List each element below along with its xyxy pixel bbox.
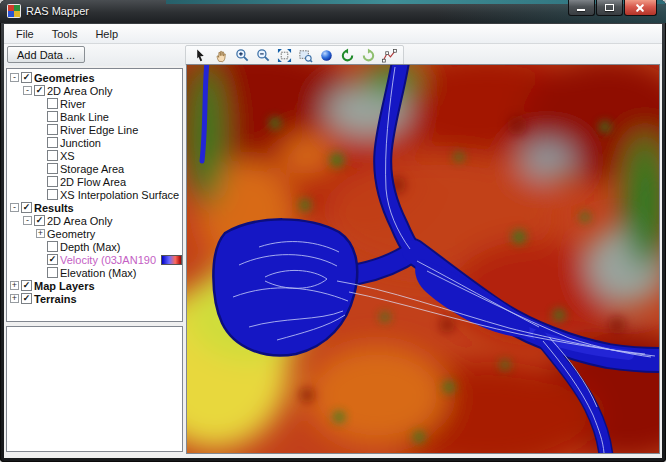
expand-icon[interactable]: + [36,229,45,238]
tree-item-label: 2D Area Only [47,215,112,227]
checkbox[interactable] [47,267,58,278]
toolbar: Add Data ... [4,44,662,66]
tree-item-label: Storage Area [60,163,124,175]
velocity-sphere-icon[interactable] [317,47,335,64]
tree-item-xs-interp-surface[interactable]: XS Interpolation Surface [7,188,182,201]
collapse-icon[interactable]: - [10,203,19,212]
tree-item-label: Terrains [34,293,77,305]
tree-item-terrains[interactable]: + Terrains [7,292,182,305]
tree-item-label: River [60,98,86,110]
expander-icon[interactable] [36,138,45,147]
checkbox[interactable] [47,176,58,187]
client-area: File Tools Help Add Data ... [4,24,662,458]
menu-tools[interactable]: Tools [43,26,87,42]
checkbox[interactable] [47,163,58,174]
app-icon [7,4,21,18]
collapse-icon[interactable]: - [23,86,32,95]
close-button[interactable] [624,0,657,16]
maximize-button[interactable] [596,0,623,16]
expander-icon[interactable] [36,242,45,251]
previous-extent-icon[interactable] [338,47,356,64]
tree-item-results[interactable]: - Results [7,201,182,214]
expander-icon[interactable] [36,125,45,134]
checkbox[interactable] [47,124,58,135]
tree-item-bank-line[interactable]: Bank Line [7,110,182,123]
tree-item-label: Results [34,202,74,214]
zoom-window-icon[interactable] [296,47,314,64]
expander-icon[interactable] [36,151,45,160]
tree-item-velocity[interactable]: Velocity (03JAN190 [7,253,182,266]
minimize-button[interactable] [568,0,595,16]
map-canvas[interactable] [187,65,659,453]
menu-help[interactable]: Help [86,26,127,42]
tree-item-elevation-max[interactable]: Elevation (Max) [7,266,182,279]
tree-item-xs[interactable]: XS [7,149,182,162]
select-pointer-icon[interactable] [191,47,209,64]
menu-bar: File Tools Help [4,24,662,44]
expander-icon[interactable] [36,99,45,108]
layers-tree-panel[interactable]: - Geometries - 2D Area Only River Bank L… [6,68,183,322]
add-data-button[interactable]: Add Data ... [7,46,85,63]
tree-item-results-2d-area[interactable]: - 2D Area Only [7,214,182,227]
expander-icon[interactable] [36,177,45,186]
pan-hand-icon[interactable] [212,47,230,64]
expand-icon[interactable]: + [10,281,19,290]
expander-icon[interactable] [36,190,45,199]
tree-item-depth-max[interactable]: Depth (Max) [7,240,182,253]
menu-file[interactable]: File [7,26,43,42]
velocity-color-ramp [161,255,182,265]
tree-item-label: XS [60,150,75,162]
measure-profile-icon[interactable] [380,47,398,64]
tree-item-2d-flow-area[interactable]: 2D Flow Area [7,175,182,188]
checkbox[interactable] [21,280,32,291]
checkbox[interactable] [21,293,32,304]
checkbox[interactable] [47,137,58,148]
expander-icon[interactable] [36,112,45,121]
tree-item-river[interactable]: River [7,97,182,110]
zoom-extents-icon[interactable] [275,47,293,64]
checkbox[interactable] [34,215,45,226]
tree-item-storage-area[interactable]: Storage Area [7,162,182,175]
tree-item-label: Bank Line [60,111,109,123]
minimize-icon [577,9,585,11]
collapse-icon[interactable]: - [23,216,32,225]
tree-item-geometries[interactable]: - Geometries [7,71,182,84]
checkbox[interactable] [47,98,58,109]
checkbox[interactable] [47,150,58,161]
tree-item-label: 2D Flow Area [60,176,126,188]
window-controls [567,0,657,16]
checkbox[interactable] [21,202,32,213]
checkbox[interactable] [47,111,58,122]
checkbox[interactable] [47,189,58,200]
tree-item-map-layers[interactable]: + Map Layers [7,279,182,292]
tree-item-junction[interactable]: Junction [7,136,182,149]
expander-icon[interactable] [36,268,45,277]
zoom-out-icon[interactable] [254,47,272,64]
collapse-icon[interactable]: - [10,73,19,82]
tree-item-label: Velocity (03JAN190 [60,254,156,266]
tree-item-geometry[interactable]: + Geometry [7,227,182,240]
tree-item-label: Geometry [47,228,95,240]
tree-item-label: Geometries [34,72,95,84]
checkbox[interactable] [21,72,32,83]
tree-item-label: Depth (Max) [60,241,121,253]
tree-item-label: Junction [60,137,101,149]
checkbox[interactable] [47,241,58,252]
tree-item-label: 2D Area Only [47,85,112,97]
tree-item-river-edge-line[interactable]: River Edge Line [7,123,182,136]
window-title: RAS Mapper [26,5,89,17]
expander-icon[interactable] [36,164,45,173]
zoom-in-icon[interactable] [233,47,251,64]
tree-item-label: River Edge Line [60,124,138,136]
map-view[interactable] [186,64,660,454]
tree-item-label: Map Layers [34,280,95,292]
expander-icon[interactable] [36,255,45,264]
next-extent-icon[interactable] [359,47,377,64]
ras-mapper-window: RAS Mapper File Tools Help Add Data ... [0,0,666,462]
maximize-icon [605,4,614,11]
tree-item-geom-2d-area[interactable]: - 2D Area Only [7,84,182,97]
map-toolbar [185,45,404,66]
checkbox[interactable] [47,254,58,265]
checkbox[interactable] [34,85,45,96]
expand-icon[interactable]: + [10,294,19,303]
